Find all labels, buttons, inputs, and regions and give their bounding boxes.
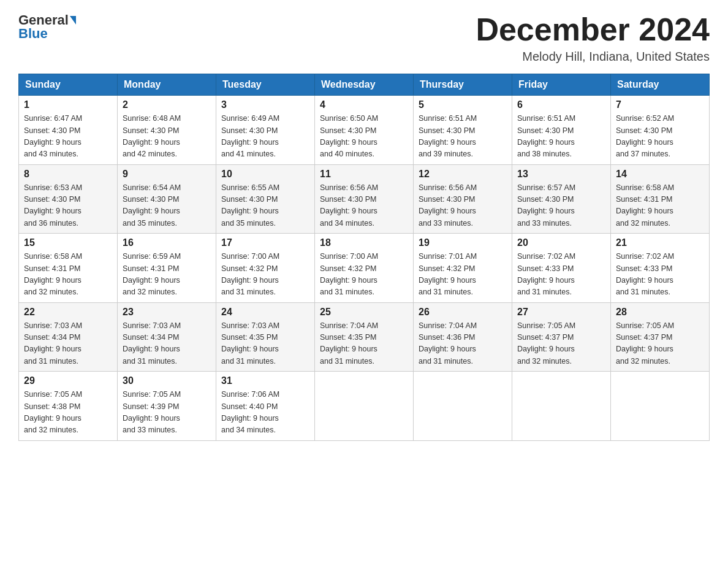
day-info: Sunrise: 7:05 AMSunset: 4:37 PMDaylight:… xyxy=(616,320,704,368)
calendar-cell: 13Sunrise: 6:57 AMSunset: 4:30 PMDayligh… xyxy=(512,164,611,234)
calendar-cell: 24Sunrise: 7:03 AMSunset: 4:35 PMDayligh… xyxy=(216,302,315,372)
calendar-cell: 31Sunrise: 7:06 AMSunset: 4:40 PMDayligh… xyxy=(216,372,315,441)
calendar-cell xyxy=(414,372,512,441)
day-number: 3 xyxy=(221,99,309,110)
calendar-cell: 11Sunrise: 6:56 AMSunset: 4:30 PMDayligh… xyxy=(315,164,414,234)
day-number: 7 xyxy=(616,99,704,110)
day-info: Sunrise: 6:51 AMSunset: 4:30 PMDaylight:… xyxy=(517,113,605,161)
day-info: Sunrise: 7:00 AMSunset: 4:32 PMDaylight:… xyxy=(320,251,408,299)
calendar-cell: 1Sunrise: 6:47 AMSunset: 4:30 PMDaylight… xyxy=(19,96,118,165)
calendar-cell: 29Sunrise: 7:05 AMSunset: 4:38 PMDayligh… xyxy=(19,372,118,441)
day-info: Sunrise: 6:54 AMSunset: 4:30 PMDaylight:… xyxy=(123,182,211,230)
calendar-cell: 2Sunrise: 6:48 AMSunset: 4:30 PMDaylight… xyxy=(118,96,216,165)
day-info: Sunrise: 7:05 AMSunset: 4:37 PMDaylight:… xyxy=(517,320,605,368)
logo-arrow-icon xyxy=(70,16,76,25)
calendar-cell xyxy=(512,372,611,441)
calendar-cell xyxy=(611,372,710,441)
day-info: Sunrise: 7:03 AMSunset: 4:35 PMDaylight:… xyxy=(221,320,309,368)
calendar-cell: 20Sunrise: 7:02 AMSunset: 4:33 PMDayligh… xyxy=(512,234,611,303)
day-info: Sunrise: 7:02 AMSunset: 4:33 PMDaylight:… xyxy=(517,251,605,299)
calendar-cell: 12Sunrise: 6:56 AMSunset: 4:30 PMDayligh… xyxy=(414,164,512,234)
day-info: Sunrise: 7:03 AMSunset: 4:34 PMDaylight:… xyxy=(24,320,112,368)
day-number: 8 xyxy=(24,169,112,180)
day-number: 14 xyxy=(616,169,704,180)
day-number: 26 xyxy=(419,307,507,318)
page-header: General Blue December 2024 Melody Hill, … xyxy=(18,12,710,64)
day-number: 10 xyxy=(221,169,309,180)
day-number: 17 xyxy=(221,237,309,248)
day-info: Sunrise: 6:48 AMSunset: 4:30 PMDaylight:… xyxy=(123,113,211,161)
day-number: 24 xyxy=(221,307,309,318)
day-info: Sunrise: 6:56 AMSunset: 4:30 PMDaylight:… xyxy=(419,182,507,230)
weekday-header-tuesday: Tuesday xyxy=(216,74,315,96)
day-info: Sunrise: 6:55 AMSunset: 4:30 PMDaylight:… xyxy=(221,182,309,230)
day-info: Sunrise: 7:06 AMSunset: 4:40 PMDaylight:… xyxy=(221,389,309,437)
calendar-cell: 5Sunrise: 6:51 AMSunset: 4:30 PMDaylight… xyxy=(414,96,512,165)
day-info: Sunrise: 7:05 AMSunset: 4:39 PMDaylight:… xyxy=(123,389,211,437)
day-number: 30 xyxy=(123,375,211,386)
month-title: December 2024 xyxy=(476,12,710,47)
day-number: 16 xyxy=(123,237,211,248)
calendar-cell: 16Sunrise: 6:59 AMSunset: 4:31 PMDayligh… xyxy=(118,234,216,303)
weekday-header-row: SundayMondayTuesdayWednesdayThursdayFrid… xyxy=(19,74,710,96)
day-number: 29 xyxy=(24,375,112,386)
weekday-header-sunday: Sunday xyxy=(19,74,118,96)
calendar-week-4: 22Sunrise: 7:03 AMSunset: 4:34 PMDayligh… xyxy=(19,302,710,372)
day-number: 22 xyxy=(24,307,112,318)
day-number: 25 xyxy=(320,307,408,318)
day-info: Sunrise: 6:47 AMSunset: 4:30 PMDaylight:… xyxy=(24,113,112,161)
day-number: 11 xyxy=(320,169,408,180)
weekday-header-monday: Monday xyxy=(118,74,216,96)
day-info: Sunrise: 6:49 AMSunset: 4:30 PMDaylight:… xyxy=(221,113,309,161)
day-info: Sunrise: 6:56 AMSunset: 4:30 PMDaylight:… xyxy=(320,182,408,230)
calendar-cell: 28Sunrise: 7:05 AMSunset: 4:37 PMDayligh… xyxy=(611,302,710,372)
calendar-week-2: 8Sunrise: 6:53 AMSunset: 4:30 PMDaylight… xyxy=(19,164,710,234)
day-info: Sunrise: 6:52 AMSunset: 4:30 PMDaylight:… xyxy=(616,113,704,161)
title-area: December 2024 Melody Hill, Indiana, Unit… xyxy=(476,12,710,64)
day-number: 9 xyxy=(123,169,211,180)
calendar-cell: 18Sunrise: 7:00 AMSunset: 4:32 PMDayligh… xyxy=(315,234,414,303)
weekday-header-saturday: Saturday xyxy=(611,74,710,96)
weekday-header-thursday: Thursday xyxy=(414,74,512,96)
calendar-cell: 27Sunrise: 7:05 AMSunset: 4:37 PMDayligh… xyxy=(512,302,611,372)
calendar-week-1: 1Sunrise: 6:47 AMSunset: 4:30 PMDaylight… xyxy=(19,96,710,165)
calendar-cell: 7Sunrise: 6:52 AMSunset: 4:30 PMDaylight… xyxy=(611,96,710,165)
day-number: 13 xyxy=(517,169,605,180)
day-info: Sunrise: 7:00 AMSunset: 4:32 PMDaylight:… xyxy=(221,251,309,299)
day-number: 6 xyxy=(517,99,605,110)
day-info: Sunrise: 6:51 AMSunset: 4:30 PMDaylight:… xyxy=(419,113,507,161)
location-text: Melody Hill, Indiana, United States xyxy=(476,50,710,64)
day-number: 4 xyxy=(320,99,408,110)
day-number: 28 xyxy=(616,307,704,318)
calendar-cell: 8Sunrise: 6:53 AMSunset: 4:30 PMDaylight… xyxy=(19,164,118,234)
day-number: 2 xyxy=(123,99,211,110)
day-info: Sunrise: 7:01 AMSunset: 4:32 PMDaylight:… xyxy=(419,251,507,299)
calendar-cell: 14Sunrise: 6:58 AMSunset: 4:31 PMDayligh… xyxy=(611,164,710,234)
calendar-cell: 4Sunrise: 6:50 AMSunset: 4:30 PMDaylight… xyxy=(315,96,414,165)
calendar-week-5: 29Sunrise: 7:05 AMSunset: 4:38 PMDayligh… xyxy=(19,372,710,441)
day-number: 20 xyxy=(517,237,605,248)
day-info: Sunrise: 7:02 AMSunset: 4:33 PMDaylight:… xyxy=(616,251,704,299)
calendar-week-3: 15Sunrise: 6:58 AMSunset: 4:31 PMDayligh… xyxy=(19,234,710,303)
weekday-header-wednesday: Wednesday xyxy=(315,74,414,96)
day-info: Sunrise: 6:58 AMSunset: 4:31 PMDaylight:… xyxy=(616,182,704,230)
day-info: Sunrise: 6:59 AMSunset: 4:31 PMDaylight:… xyxy=(123,251,211,299)
calendar-cell xyxy=(315,372,414,441)
calendar-cell: 10Sunrise: 6:55 AMSunset: 4:30 PMDayligh… xyxy=(216,164,315,234)
calendar-table: SundayMondayTuesdayWednesdayThursdayFrid… xyxy=(18,74,710,441)
day-info: Sunrise: 7:04 AMSunset: 4:35 PMDaylight:… xyxy=(320,320,408,368)
day-number: 23 xyxy=(123,307,211,318)
day-number: 15 xyxy=(24,237,112,248)
day-number: 18 xyxy=(320,237,408,248)
day-number: 12 xyxy=(419,169,507,180)
day-info: Sunrise: 7:04 AMSunset: 4:36 PMDaylight:… xyxy=(419,320,507,368)
calendar-cell: 19Sunrise: 7:01 AMSunset: 4:32 PMDayligh… xyxy=(414,234,512,303)
calendar-cell: 23Sunrise: 7:03 AMSunset: 4:34 PMDayligh… xyxy=(118,302,216,372)
calendar-cell: 6Sunrise: 6:51 AMSunset: 4:30 PMDaylight… xyxy=(512,96,611,165)
logo: General Blue xyxy=(18,12,77,42)
day-number: 21 xyxy=(616,237,704,248)
calendar-cell: 30Sunrise: 7:05 AMSunset: 4:39 PMDayligh… xyxy=(118,372,216,441)
day-number: 5 xyxy=(419,99,507,110)
calendar-cell: 25Sunrise: 7:04 AMSunset: 4:35 PMDayligh… xyxy=(315,302,414,372)
calendar-cell: 21Sunrise: 7:02 AMSunset: 4:33 PMDayligh… xyxy=(611,234,710,303)
